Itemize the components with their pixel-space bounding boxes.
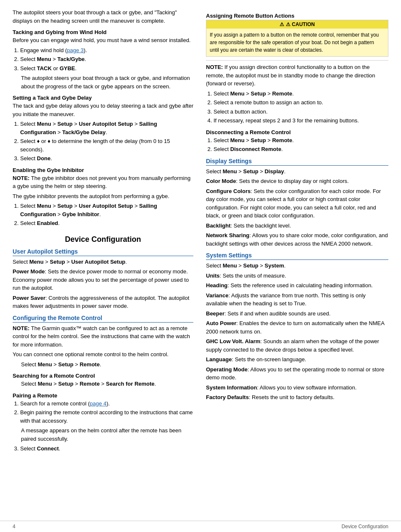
tack-gybe-delay-heading: Setting a Tack and Gybe Delay	[13, 95, 193, 101]
configuring-remote-heading: Configuring the Remote Control	[13, 315, 193, 323]
user-autopilot-power-mode: Power Mode: Sets the device power mode t…	[13, 267, 193, 292]
assigning-step-2: Select a remote button to assign an acti…	[214, 98, 388, 107]
assigning-step-4: If necessary, repeat steps 2 and 3 for t…	[214, 116, 388, 125]
user-autopilot-select: Select Menu > Setup > User Autopilot Set…	[13, 258, 193, 266]
tack-gybe-delay-step-1: Select Menu > Setup > User Autopilot Set…	[20, 120, 193, 136]
page4-link[interactable]: page 4	[90, 400, 106, 407]
tacking-step-2: Select Menu > Tack/Gybe.	[20, 55, 193, 64]
intro-paragraph: The autopilot steers your boat through a…	[13, 8, 193, 25]
tack-gybe-delay-step-3: Select Done.	[20, 154, 193, 163]
caution-box: ⚠ ⚠ CAUTION If you assign a pattern to a…	[206, 20, 388, 57]
configuring-remote-para: You can connect one optional remote cont…	[13, 350, 193, 359]
system-beeper: Beeper: Sets if and when audible sounds …	[206, 310, 388, 318]
system-language: Language: Sets the on-screen language.	[206, 355, 388, 364]
assigning-step-1: Select Menu > Setup > Remote.	[214, 90, 388, 98]
right-column: Assigning Remote Button Actions ⚠ ⚠ CAUT…	[206, 8, 388, 512]
system-factory-defaults: Factory Defaults: Resets the unit to fac…	[206, 393, 388, 402]
tack-gybe-delay-step-2: Select ♦ or ♦ to determine the length of…	[20, 137, 193, 154]
system-settings-select: Select Menu > Setup > System.	[206, 262, 388, 270]
device-config-heading: Device Configuration	[13, 235, 193, 244]
pairing-step2-note: A message appears on the helm control af…	[21, 426, 193, 443]
assigning-remote-steps: Select Menu > Setup > Remote. Select a r…	[214, 90, 388, 125]
tacking-step-3: Select TACK or GYBE.	[20, 64, 193, 73]
tacking-step-1: Engage wind hold (page 3).	[20, 46, 193, 55]
assigning-remote-heading: Assigning Remote Button Actions	[206, 13, 388, 19]
disconnecting-remote-heading: Disconnecting a Remote Control	[206, 129, 388, 135]
configuring-remote-select: Select Menu > Setup > Remote.	[21, 360, 193, 369]
assigning-remote-note: NOTE: If you assign direction control fu…	[206, 63, 388, 88]
system-settings-heading: System Settings	[206, 252, 388, 260]
display-backlight: Backlight: Sets the backlight level.	[206, 222, 388, 230]
tacking-step3-note: The autopilot steers your boat through a…	[21, 74, 193, 90]
tacking-gybing-steps: Engage wind hold (page 3). Select Menu >…	[20, 46, 193, 73]
display-network-sharing: Network Sharing: Allows you to share col…	[206, 231, 388, 248]
searching-remote-heading: Searching for a Remote Control	[13, 373, 193, 379]
system-ghc-alarm: GHC Low Volt. Alarm: Sounds an alarm whe…	[206, 337, 388, 354]
user-autopilot-power-saver: Power Saver: Controls the aggressiveness…	[13, 294, 193, 310]
footer: 4 Device Configuration	[0, 521, 401, 532]
caution-header: ⚠ ⚠ CAUTION	[206, 20, 388, 29]
tacking-gybing-intro: Before you can engage wind hold, you mus…	[13, 36, 193, 45]
disconnecting-step-2: Select Disconnect Remote.	[214, 145, 388, 154]
system-system-info: System Information: Allows you to view s…	[206, 384, 388, 392]
system-units: Units: Sets the units of measure.	[206, 272, 388, 280]
page: The autopilot steers your boat through a…	[0, 0, 401, 532]
gybe-inhibitor-note: NOTE: The gybe inhibitor does not preven…	[13, 174, 193, 191]
page3-link[interactable]: page 3	[67, 47, 84, 53]
disconnecting-step-1: Select Menu > Setup > Remote.	[214, 136, 388, 145]
content-area: The autopilot steers your boat through a…	[0, 0, 401, 521]
left-column: The autopilot steers your boat through a…	[13, 8, 193, 512]
pairing-remote-steps-cont: Select Connect.	[20, 445, 193, 453]
disconnecting-steps: Select Menu > Setup > Remote. Select Dis…	[214, 136, 388, 154]
gybe-inhibitor-steps: Select Menu > Setup > User Autopilot Set…	[20, 202, 193, 228]
caution-body: If you assign a pattern to a button on t…	[206, 29, 388, 56]
user-autopilot-heading: User Autopilot Settings	[13, 248, 193, 256]
display-settings-heading: Display Settings	[206, 158, 388, 166]
gybe-inhibitor-step-1: Select Menu > Setup > User Autopilot Set…	[20, 202, 193, 218]
pairing-step-3: Select Connect.	[20, 445, 193, 453]
system-auto-power: Auto Power: Enables the device to turn o…	[206, 319, 388, 336]
display-color-mode: Color Mode: Sets the device to display d…	[206, 177, 388, 185]
configuring-remote-note: NOTE: The Garmin quatix™ watch can be co…	[13, 324, 193, 349]
gybe-inhibitor-para: The gybe inhibitor prevents the autopilo…	[13, 192, 193, 201]
gybe-inhibitor-step-2: Select Enabled.	[20, 219, 193, 228]
system-heading: Heading: Sets the reference used in calc…	[206, 281, 388, 290]
footer-page-number: 4	[13, 524, 16, 529]
gybe-inhibitor-heading: Enabling the Gybe Inhibitor	[13, 167, 193, 173]
searching-remote-select: Select Menu > Setup > Remote > Search fo…	[21, 380, 193, 388]
display-configure-colors: Configure Colors: Sets the color configu…	[206, 187, 388, 220]
system-variance: Variance: Adjusts the variance from true…	[206, 291, 388, 308]
pairing-step-2: Begin pairing the remote control accordi…	[20, 408, 193, 425]
pairing-remote-steps: Search for a remote control (page 4). Be…	[20, 400, 193, 425]
caution-divider	[206, 60, 388, 61]
pairing-step-1: Search for a remote control (page 4).	[20, 400, 193, 408]
caution-icon: ⚠	[280, 21, 284, 27]
caution-label: ⚠ CAUTION	[286, 21, 315, 27]
display-settings-select: Select Menu > Setup > Display.	[206, 167, 388, 176]
tack-gybe-delay-steps: Select Menu > Setup > User Autopilot Set…	[20, 120, 193, 163]
footer-section-label: Device Configuration	[342, 524, 388, 529]
tack-gybe-delay-intro: The tack and gybe delay allows you to de…	[13, 102, 193, 118]
system-operating-mode: Operating Mode: Allows you to set the op…	[206, 365, 388, 382]
pairing-remote-heading: Pairing a Remote	[13, 392, 193, 399]
assigning-step-3: Select a button action.	[214, 108, 388, 116]
tacking-gybing-heading: Tacking and Gybing from Wind Hold	[13, 29, 193, 35]
